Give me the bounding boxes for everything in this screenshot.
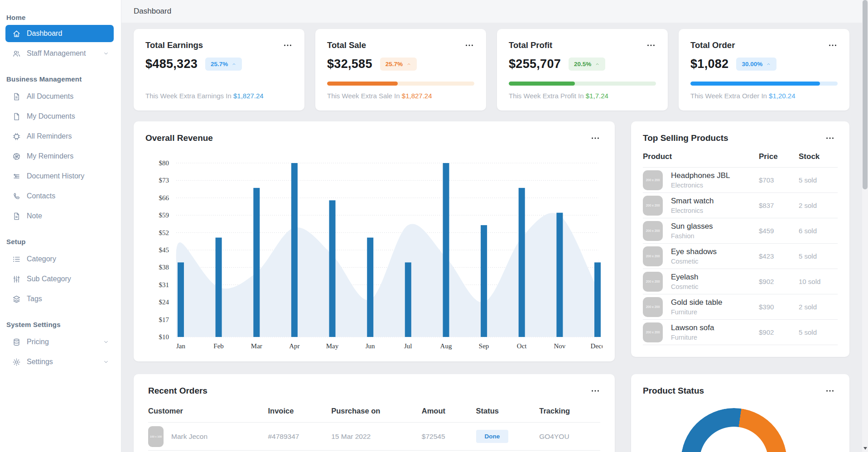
product-name: Eyelash — [671, 272, 698, 282]
svg-text:$38: $38 — [159, 264, 169, 271]
sidebar-item-pricing[interactable]: Pricing — [5, 332, 114, 352]
file-text-icon — [12, 92, 21, 101]
product-name: Headphones JBL — [671, 171, 730, 180]
top-selling-products-card: Top Selling Products ProductPriceStock20… — [631, 121, 849, 357]
product-price: $902 — [759, 269, 799, 294]
file-icon — [12, 112, 21, 121]
product-price: $459 — [759, 218, 799, 244]
overall-revenue-menu-button[interactable] — [590, 133, 600, 143]
chevron-down-icon — [103, 339, 109, 345]
chevron-down-icon — [103, 359, 109, 365]
stat-card-menu-button[interactable] — [828, 40, 838, 50]
orders-column-header: Status — [476, 399, 540, 423]
sidebar-item-sub-category[interactable]: Sub Category — [5, 269, 114, 289]
stat-note-amount: $1,827.24 — [402, 92, 432, 100]
product-price: $902 — [759, 320, 799, 345]
sidebar-item-settings[interactable]: Settings — [5, 352, 114, 372]
sidebar-item-category[interactable]: Category — [5, 249, 114, 269]
topbar: Dashboard — [121, 0, 862, 23]
stat-card-total-profit: Total Profit$255,70720.5%This Week Extra… — [497, 29, 668, 111]
customer-avatar: 100 x 100 — [148, 426, 164, 447]
sidebar-item-label: Dashboard — [27, 29, 62, 38]
product-thumbnail: 200 x 200 — [643, 170, 663, 190]
scroll-down-icon[interactable] — [863, 447, 867, 450]
svg-text:$24: $24 — [159, 298, 169, 306]
svg-text:Apr: Apr — [289, 342, 299, 350]
sidebar-item-note[interactable]: Note — [5, 206, 114, 226]
product-row-eyelash[interactable]: 200 x 200EyelashCosmetic — [643, 269, 759, 294]
sliders-icon — [12, 274, 21, 284]
stat-card-note: This Week Extra Profit In $1,7.24 — [509, 92, 656, 100]
orders-column-header: Pusrchase on — [331, 399, 422, 423]
product-row-smart-watch[interactable]: 200 x 200Smart watchElectronics — [643, 193, 759, 218]
product-row-lawson-sofa[interactable]: 200 x 200Lawson sofaFurniture — [643, 320, 759, 345]
product-status-card: Product Status — [631, 374, 849, 452]
product-status-menu-button[interactable] — [825, 386, 835, 396]
sidebar-item-dashboard[interactable]: Dashboard — [5, 25, 114, 42]
product-stock: 2 sold — [799, 294, 838, 320]
sidebar-item-label: All Documents — [27, 92, 73, 101]
stat-progress-bar — [327, 82, 474, 86]
svg-text:Dece: Dece — [591, 342, 603, 350]
product-name: Lawson sofa — [671, 323, 714, 332]
recent-orders-title: Recent Orders — [148, 386, 207, 396]
order-row-customer[interactable]: 100 x 100Mark Jecon — [148, 423, 268, 451]
sidebar-item-all-reminders[interactable]: All Reminders — [5, 126, 114, 146]
sidebar-item-staff-management[interactable]: Staff Management — [5, 43, 114, 63]
product-row-sun-glasses[interactable]: 200 x 200Sun glassesFashion — [643, 218, 759, 244]
product-stock: 10 sold — [799, 269, 838, 294]
product-category: Furniture — [671, 308, 722, 316]
product-category: Cosmetic — [671, 257, 717, 265]
product-price: $703 — [759, 168, 799, 193]
stat-progress-bar — [509, 82, 656, 86]
svg-text:Jan: Jan — [176, 342, 185, 350]
aperture-icon — [12, 152, 21, 161]
stat-card-value: $255,707 — [509, 57, 561, 71]
stat-card-title: Total Order — [690, 40, 735, 50]
scrollbar-thumb[interactable] — [863, 0, 868, 189]
sidebar-item-label: My Reminders — [27, 152, 73, 160]
sidebar-item-tags[interactable]: Tags — [5, 289, 114, 309]
sidebar-item-document-history[interactable]: Document History — [5, 166, 114, 186]
stat-card-menu-button[interactable] — [283, 40, 293, 50]
product-row-headphones-jbl[interactable]: 200 x 200Headphones JBLElectronics — [643, 168, 759, 193]
sidebar-item-my-documents[interactable]: My Documents — [5, 106, 114, 126]
chevron-up-icon — [595, 62, 600, 66]
product-price: $837 — [759, 193, 799, 218]
product-row-gold-side-table[interactable]: 200 x 200Gold side tableFurniture — [643, 294, 759, 320]
product-category: Furniture — [671, 333, 714, 341]
phone-icon — [12, 192, 21, 201]
product-category: Fashion — [671, 232, 713, 240]
sidebar-item-contacts[interactable]: Contacts — [5, 186, 114, 206]
trend-badge[interactable]: 25.7% — [205, 58, 242, 71]
trend-badge[interactable]: 25.7% — [380, 58, 417, 71]
product-thumbnail: 200 x 200 — [643, 297, 663, 317]
page-scrollbar[interactable] — [862, 0, 868, 452]
product-row-eye-shadows[interactable]: 200 x 200Eye shadowsCosmetic — [643, 244, 759, 269]
sidebar-item-all-documents[interactable]: All Documents — [5, 87, 114, 106]
trend-badge[interactable]: 30.00% — [736, 58, 776, 71]
main-column: Overall Revenue $80$73$66$59$52$45$38$31… — [134, 121, 615, 452]
side-column: Top Selling Products ProductPriceStock20… — [631, 121, 849, 452]
trend-badge-value: 25.7% — [211, 61, 228, 67]
sidebar-item-label: Staff Management — [27, 49, 86, 58]
recent-orders-menu-button[interactable] — [590, 386, 600, 396]
stat-card-title: Total Profit — [509, 40, 552, 50]
svg-text:Jul: Jul — [404, 342, 412, 350]
svg-text:$52: $52 — [159, 229, 169, 236]
product-price: $390 — [759, 294, 799, 320]
stat-card-menu-button[interactable] — [646, 40, 656, 50]
product-stock: 6 sold — [799, 218, 838, 244]
product-stock: 2 sold — [799, 193, 838, 218]
trend-badge[interactable]: 20.5% — [569, 58, 605, 71]
chevron-down-icon — [103, 50, 109, 57]
stat-card-total-order: Total Order$1,08230.00%This Week Extra O… — [679, 29, 849, 111]
status-badge: Done — [476, 430, 509, 443]
sidebar: HomeDashboardStaff ManagementBusiness Ma… — [0, 0, 121, 452]
page-title: Dashboard — [134, 7, 171, 16]
gear-icon — [12, 357, 21, 366]
top-products-menu-button[interactable] — [825, 133, 835, 143]
stat-card-menu-button[interactable] — [464, 40, 474, 50]
sidebar-item-my-reminders[interactable]: My Reminders — [5, 146, 114, 166]
stat-progress-bar — [690, 82, 838, 86]
